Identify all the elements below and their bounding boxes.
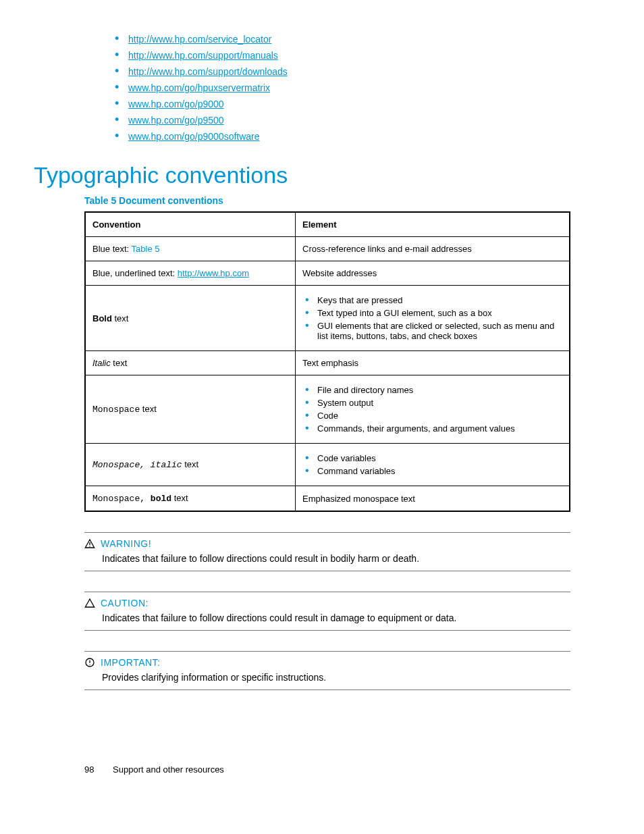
table-caption: Table 5 Document conventions — [84, 195, 570, 206]
divider — [84, 630, 570, 631]
list-item: Command variables — [305, 466, 562, 476]
list-item: www.hp.com/go/p9500 — [115, 115, 570, 126]
text: text — [112, 313, 129, 323]
text: Bold — [92, 313, 112, 323]
list-item: System output — [305, 398, 562, 408]
list-item: Code variables — [305, 453, 562, 463]
important-notice: IMPORTANT: Provides clarifying informati… — [84, 651, 570, 690]
divider — [84, 592, 570, 592]
table-header: Element — [296, 212, 570, 237]
link[interactable]: http://www.hp.com/support/downloads — [128, 66, 288, 77]
svg-point-4 — [89, 664, 90, 665]
page-number: 98 — [84, 764, 94, 775]
cross-ref-link[interactable]: Table 5 — [132, 244, 160, 254]
text: Italic — [92, 358, 111, 368]
page-footer: 98 Support and other resources — [84, 764, 570, 775]
table-cell: Monospace text — [85, 375, 296, 444]
text: Monospace — [92, 405, 140, 415]
text: bold — [151, 494, 171, 504]
warning-notice: WARNING! Indicates that failure to follo… — [84, 532, 570, 571]
important-icon — [84, 657, 95, 668]
footer-section: Support and other resources — [113, 764, 224, 775]
section-heading: Typographic conventions — [34, 162, 570, 188]
table-cell: File and directory names System output C… — [296, 375, 570, 444]
list-item: Code — [305, 411, 562, 421]
link[interactable]: http://www.hp.com/support/manuals — [128, 50, 278, 61]
table-cell: Italic text — [85, 351, 296, 375]
top-links-list: http://www.hp.com/service_locator http:/… — [34, 34, 570, 142]
table-cell: Blue, underlined text: http://www.hp.com — [85, 261, 296, 286]
notice-label: WARNING! — [101, 538, 151, 549]
text: text — [140, 404, 157, 414]
table-row: Monospace, italic text Code variables Co… — [85, 444, 570, 486]
table-row: Blue text: Table 5 Cross-reference links… — [85, 237, 570, 261]
divider — [84, 689, 570, 690]
cell-list: Keys that are pressed Text typed into a … — [302, 295, 562, 341]
website-link[interactable]: http://www.hp.com — [178, 268, 249, 278]
table-cell: Keys that are pressed Text typed into a … — [296, 286, 570, 351]
link[interactable]: http://www.hp.com/service_locator — [128, 34, 271, 45]
table-cell: Website addresses — [296, 261, 570, 286]
document-conventions-table: Convention Element Blue text: Table 5 Cr… — [84, 211, 570, 512]
text: text — [171, 493, 188, 503]
text: Monospace, italic — [92, 460, 182, 470]
cell-list: Code variables Command variables — [302, 453, 562, 476]
text: text — [182, 459, 199, 469]
caution-notice: CAUTION: Indicates that failure to follo… — [84, 592, 570, 631]
table-header: Convention — [85, 212, 296, 237]
table-cell: Monospace, bold text — [85, 486, 296, 512]
list-item: http://www.hp.com/service_locator — [115, 34, 570, 45]
table-cell: Bold text — [85, 286, 296, 351]
table-row: Blue, underlined text: http://www.hp.com… — [85, 261, 570, 286]
table-row: Monospace, bold text Emphasized monospac… — [85, 486, 570, 512]
link[interactable]: www.hp.com/go/p9000software — [128, 131, 260, 142]
list-item: GUI elements that are clicked or selecte… — [305, 321, 562, 341]
caution-icon — [84, 598, 95, 608]
notice-body: Indicates that failure to follow directi… — [102, 553, 570, 564]
list-item: Text typed into a GUI element, such as a… — [305, 308, 562, 318]
divider — [84, 571, 570, 571]
svg-point-1 — [89, 546, 90, 546]
text: Blue text: — [92, 244, 132, 254]
list-item: www.hp.com/go/p9000software — [115, 131, 570, 142]
notice-body: Indicates that failure to follow directi… — [102, 613, 570, 623]
text: text — [111, 358, 128, 368]
text: Blue, underlined text: — [92, 268, 178, 278]
table-cell: Blue text: Table 5 — [85, 237, 296, 261]
table-cell: Cross-reference links and e-mail address… — [296, 237, 570, 261]
link[interactable]: www.hp.com/go/p9500 — [128, 115, 224, 126]
warning-icon — [84, 538, 95, 549]
cell-list: File and directory names System output C… — [302, 385, 562, 434]
notice-body: Provides clarifying information or speci… — [102, 672, 570, 683]
table-cell: Emphasized monospace text — [296, 486, 570, 512]
table-cell: Code variables Command variables — [296, 444, 570, 486]
table-cell: Monospace, italic text — [85, 444, 296, 486]
text: Monospace, — [92, 494, 151, 504]
table-row: Bold text Keys that are pressed Text typ… — [85, 286, 570, 351]
table-row: Monospace text File and directory names … — [85, 375, 570, 444]
notice-label: IMPORTANT: — [101, 657, 161, 668]
divider — [84, 532, 570, 533]
link[interactable]: www.hp.com/go/hpuxservermatrix — [128, 82, 270, 93]
notice-label: CAUTION: — [101, 598, 149, 608]
list-item: Keys that are pressed — [305, 295, 562, 305]
divider — [84, 651, 570, 652]
list-item: www.hp.com/go/p9000 — [115, 99, 570, 109]
list-item: www.hp.com/go/hpuxservermatrix — [115, 82, 570, 93]
list-item: File and directory names — [305, 385, 562, 395]
link[interactable]: www.hp.com/go/p9000 — [128, 99, 224, 109]
table-cell: Text emphasis — [296, 351, 570, 375]
table-row: Italic text Text emphasis — [85, 351, 570, 375]
list-item: http://www.hp.com/support/downloads — [115, 66, 570, 77]
list-item: http://www.hp.com/support/manuals — [115, 50, 570, 61]
list-item: Commands, their arguments, and argument … — [305, 423, 562, 434]
